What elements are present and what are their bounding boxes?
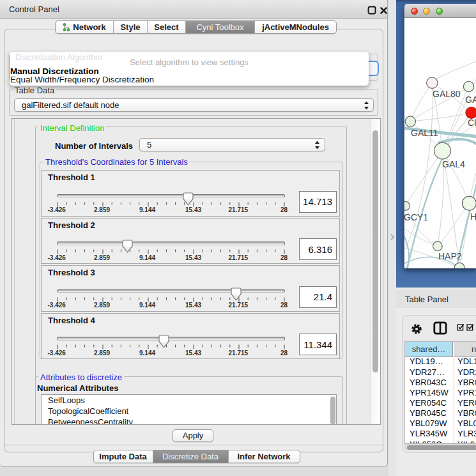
svg-text:GAL4: GAL4	[442, 159, 465, 169]
svg-text:GA: GA	[465, 95, 476, 105]
svg-text:HAP2: HAP2	[438, 251, 462, 261]
svg-text:GCY1: GCY1	[404, 212, 428, 222]
svg-text:GAL80: GAL80	[433, 89, 461, 99]
svg-text:H: H	[470, 211, 476, 222]
svg-text:CR: CR	[468, 118, 476, 128]
svg-text:GAL11: GAL11	[411, 128, 438, 138]
